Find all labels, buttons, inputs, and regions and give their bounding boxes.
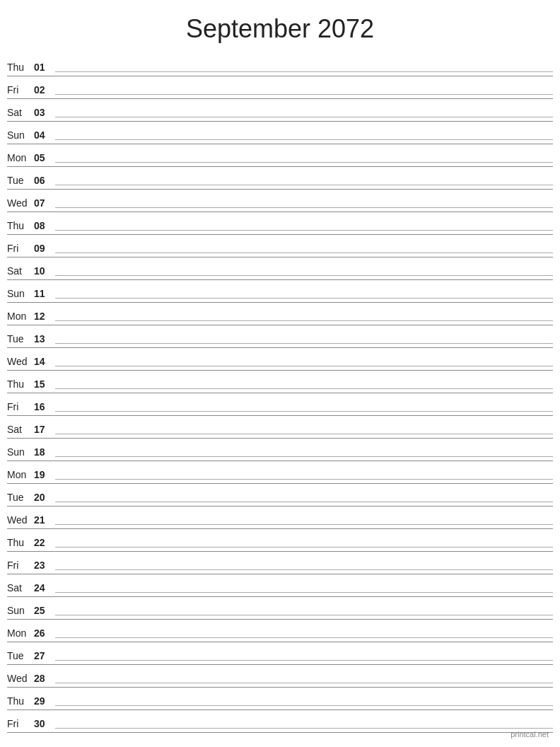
day-number: 11 (34, 288, 55, 299)
day-line (55, 434, 553, 434)
day-line (55, 94, 553, 95)
day-line (55, 502, 553, 502)
day-line (55, 524, 553, 525)
day-line (55, 479, 553, 480)
page-title: September 2072 (0, 0, 560, 55)
day-name: Sat (7, 582, 34, 593)
day-row: Sat24 (7, 576, 553, 597)
day-number: 15 (34, 378, 55, 390)
day-row: Sat10 (7, 259, 553, 280)
day-number: 09 (34, 243, 55, 254)
day-row: Tue27 (7, 644, 553, 665)
day-name: Tue (7, 492, 34, 503)
day-name: Fri (7, 718, 34, 729)
day-row: Mon26 (7, 621, 553, 642)
day-line (55, 456, 553, 457)
day-line (55, 660, 553, 661)
day-name: Wed (7, 197, 34, 209)
day-row: Mon19 (7, 463, 553, 484)
day-number: 28 (34, 673, 55, 684)
day-number: 05 (34, 152, 55, 163)
day-row: Sun18 (7, 440, 553, 461)
day-line (55, 71, 553, 72)
day-row: Fri16 (7, 395, 553, 416)
day-number: 10 (34, 265, 55, 277)
day-row: Sat17 (7, 417, 553, 439)
day-row: Thu22 (7, 531, 553, 552)
day-name: Sun (7, 288, 34, 299)
day-line (55, 298, 553, 299)
day-row: Sun04 (7, 123, 553, 144)
day-line (55, 253, 553, 253)
day-name: Sun (7, 129, 34, 141)
day-line (55, 683, 553, 683)
day-row: Fri02 (7, 78, 553, 99)
day-row: Sat03 (7, 100, 553, 122)
day-name: Fri (7, 243, 34, 254)
day-number: 30 (34, 718, 55, 729)
day-row: Mon12 (7, 304, 553, 325)
day-number: 26 (34, 627, 55, 639)
day-name: Sat (7, 107, 34, 118)
day-name: Thu (7, 220, 34, 231)
day-row: Tue20 (7, 485, 553, 506)
day-line (55, 117, 553, 117)
day-name: Mon (7, 469, 34, 480)
day-line (55, 569, 553, 570)
day-line (55, 139, 553, 140)
day-name: Wed (7, 356, 34, 367)
day-number: 13 (34, 333, 55, 344)
day-name: Thu (7, 695, 34, 707)
day-row: Mon05 (7, 146, 553, 167)
day-name: Tue (7, 175, 34, 186)
day-line (55, 728, 553, 729)
day-row: Tue06 (7, 168, 553, 190)
day-line (55, 162, 553, 163)
footer-text: printcal.net (511, 730, 549, 739)
day-number: 27 (34, 650, 55, 661)
day-line (55, 185, 553, 185)
day-number: 04 (34, 129, 55, 141)
day-name: Fri (7, 560, 34, 571)
day-row: Sun11 (7, 282, 553, 303)
day-row: Fri30 (7, 712, 553, 733)
day-line (55, 343, 553, 344)
day-number: 16 (34, 401, 55, 412)
day-name: Tue (7, 650, 34, 661)
day-name: Wed (7, 673, 34, 684)
day-number: 03 (34, 107, 55, 118)
day-name: Mon (7, 152, 34, 163)
day-name: Thu (7, 62, 34, 73)
day-number: 07 (34, 197, 55, 209)
day-number: 02 (34, 84, 55, 95)
day-row: Thu08 (7, 214, 553, 235)
day-name: Tue (7, 333, 34, 344)
day-line (55, 411, 553, 412)
day-name: Fri (7, 84, 34, 95)
day-name: Mon (7, 627, 34, 639)
day-line (55, 275, 553, 276)
day-name: Sat (7, 265, 34, 277)
day-name: Thu (7, 537, 34, 548)
day-name: Fri (7, 401, 34, 412)
day-row: Wed14 (7, 349, 553, 371)
day-line (55, 207, 553, 208)
day-row: Sun25 (7, 598, 553, 620)
day-number: 01 (34, 62, 55, 73)
day-row: Thu15 (7, 372, 553, 393)
day-number: 08 (34, 220, 55, 231)
day-line (55, 547, 553, 548)
day-name: Sun (7, 605, 34, 616)
day-name: Sat (7, 424, 34, 435)
day-number: 24 (34, 582, 55, 593)
day-row: Tue13 (7, 327, 553, 348)
calendar-container: Thu01Fri02Sat03Sun04Mon05Tue06Wed07Thu08… (0, 55, 560, 733)
day-number: 06 (34, 175, 55, 186)
day-number: 14 (34, 356, 55, 367)
day-number: 19 (34, 469, 55, 480)
day-line (55, 705, 553, 706)
day-line (55, 366, 553, 366)
day-line (55, 388, 553, 389)
day-name: Mon (7, 311, 34, 322)
day-name: Wed (7, 514, 34, 526)
